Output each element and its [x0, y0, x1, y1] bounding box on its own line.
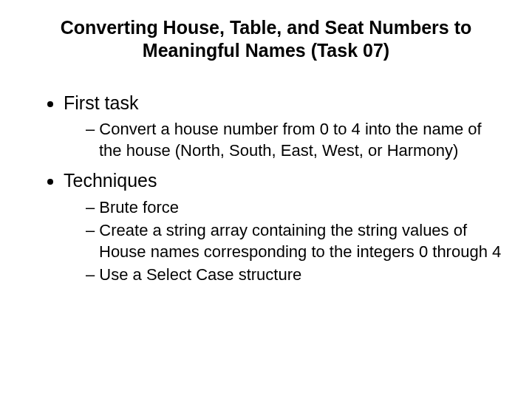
- sub-list-item: Create a string array containing the str…: [86, 220, 502, 262]
- sub-list: Brute force Create a string array contai…: [64, 197, 502, 286]
- sub-list: Convert a house number from 0 to 4 into …: [64, 119, 502, 161]
- list-item: First task Convert a house number from 0…: [64, 91, 502, 162]
- bullet-text: Techniques: [64, 170, 157, 191]
- sub-list-item: Brute force: [86, 197, 502, 219]
- sub-list-item: Convert a house number from 0 to 4 into …: [86, 119, 502, 161]
- list-item: Techniques Brute force Create a string a…: [64, 168, 502, 286]
- bullet-list: First task Convert a house number from 0…: [30, 91, 502, 287]
- sub-list-item: Use a Select Case structure: [86, 265, 502, 286]
- slide: Converting House, Table, and Seat Number…: [0, 0, 532, 399]
- slide-title: Converting House, Table, and Seat Number…: [30, 16, 502, 78]
- bullet-text: First task: [64, 92, 138, 113]
